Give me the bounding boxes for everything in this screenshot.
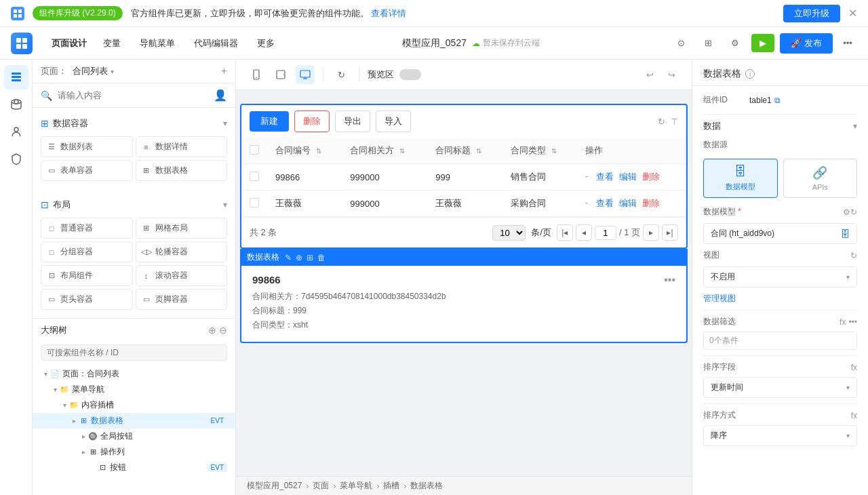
mobile-device-btn[interactable] [247,65,266,84]
tree-item-action-col[interactable]: ▸ ⊞ 操作列 [33,444,235,460]
refresh-canvas-btn[interactable]: ↻ [332,65,351,84]
tree-item-button[interactable]: ⊡ 按钮 EVT [33,460,235,475]
user-add-icon[interactable]: 👤 [214,89,227,102]
model-settings-icon[interactable]: ⚙ [843,207,850,217]
layout-header[interactable]: ⊡ 布局 ▾ [33,195,235,215]
row1-view-link[interactable]: 查看 [596,171,614,183]
run-button[interactable]: ▶ [751,34,774,52]
settings-table-icon[interactable]: ⊤ [671,117,678,127]
header-container-item[interactable]: ▭ 页头容器 [41,289,133,310]
scroll-container-item[interactable]: ↕ 滚动容器 [136,265,228,286]
publish-button[interactable]: 🚀 发布 [780,33,833,54]
row2-edit-link[interactable]: 编辑 [619,197,637,210]
data-table-comp-item[interactable]: ⊞ 数据表格 [136,160,228,181]
nav-variable[interactable]: 变量 [95,35,129,52]
first-page-btn[interactable]: |◂ [557,224,573,241]
data-container-header[interactable]: ⊞ 数据容器 ▾ [33,113,235,134]
footer-container-item[interactable]: ▭ 页脚容器 [136,289,228,310]
row2-view-link[interactable]: 查看 [596,197,614,210]
tree-arrow-global-btns[interactable]: ▸ [79,433,88,440]
edit-widget-icon[interactable]: ✎ [285,253,292,262]
copy-id-icon[interactable]: ⧉ [774,96,781,105]
grid-layout-item[interactable]: ⊞ 网格布局 [136,218,228,239]
carousel-container-item[interactable]: ◁▷ 轮播容器 [136,241,228,262]
last-page-btn[interactable]: ▸| [662,224,678,241]
outline-search-input[interactable] [41,344,227,361]
import-button[interactable]: 导入 [376,111,411,132]
new-button[interactable]: 新建 [250,111,289,132]
copy-widget-icon[interactable]: ⊕ [296,253,302,262]
row1-checkbox[interactable] [250,172,259,181]
search-input[interactable] [58,90,208,100]
breadcrumb-item-2[interactable]: 菜单导航 [340,480,372,492]
refresh-table-icon[interactable]: ↻ [658,117,665,127]
settings-icon[interactable]: ⚙ [724,33,746,54]
sort-fx-icon[interactable]: fx [851,363,857,372]
layout-toggle[interactable]: ▾ [223,200,227,210]
tree-arrow-content-slot[interactable]: ▾ [60,401,69,409]
manage-view-link[interactable]: 管理视图 [703,293,857,304]
nav-more[interactable]: 更多 [249,35,283,52]
delete-button[interactable]: 删除 [294,111,330,132]
sort-icon-contract-no[interactable]: ⇅ [316,147,321,155]
close-topbar-icon[interactable]: ✕ [848,7,857,20]
nav-page-design[interactable]: 页面设计 [43,35,95,52]
breadcrumb-item-4[interactable]: 数据表格 [410,480,443,492]
view-refresh-icon[interactable]: ↻ [850,251,857,260]
sort-order-fx-icon[interactable]: fx [851,411,857,420]
redo-button[interactable]: ↪ [662,65,681,84]
nav-code-editor[interactable]: 代码编辑器 [186,35,246,52]
tree-item-menu-nav[interactable]: ▾ 📁 菜单导航 [33,382,235,397]
tree-item-content-slot[interactable]: ▾ 📁 内容插槽 [33,397,235,413]
card-more-icon[interactable]: ••• [664,274,675,286]
form-container-item[interactable]: ▭ 表单容器 [41,160,133,181]
layout-icon[interactable]: ⊞ [697,33,719,54]
page-name[interactable]: 合同列表 ▾ [73,65,114,77]
next-page-btn[interactable]: ▸ [643,224,659,241]
page-size-select[interactable]: 10 20 50 [492,225,526,241]
sidebar-icon-pages[interactable] [4,65,28,90]
upgrade-button[interactable]: 立即升级 [783,5,840,22]
select-all-checkbox[interactable] [250,145,259,155]
normal-container-item[interactable]: □ 普通容器 [41,218,133,239]
filter-fx-icon[interactable]: fx [840,317,846,327]
filter-more-icon[interactable]: ••• [848,317,857,327]
export-button[interactable]: 导出 [335,111,370,132]
sidebar-icon-data[interactable] [4,92,28,117]
undo-button[interactable]: ↩ [640,65,659,84]
data-list-item[interactable]: ☰ 数据列表 [41,136,133,157]
info-icon[interactable]: i [745,69,755,79]
tree-item-page[interactable]: ▾ 📄 页面：合同列表 [33,366,235,382]
row1-edit-link[interactable]: 编辑 [619,171,637,183]
add-page-icon[interactable]: + [221,65,227,77]
row1-delete-link[interactable]: 删除 [642,171,660,183]
desktop-device-btn[interactable] [296,65,315,84]
view-select[interactable]: 不启用 ▾ [703,266,857,288]
tree-item-data-table[interactable]: ▸ ⊞ 数据表格 EVT [33,413,235,429]
datasource-tab-model[interactable]: 🗄 数据模型 [703,159,778,198]
history-icon[interactable]: ⊙ [670,33,692,54]
model-refresh-icon[interactable]: ↻ [850,207,857,217]
data-model-link-icon[interactable]: 🗄 [840,229,850,239]
nav-navigation-menu[interactable]: 导航菜单 [132,35,183,52]
tablet-device-btn[interactable] [271,65,290,84]
sort-field-select[interactable]: 更新时间 ▾ [703,377,857,398]
outline-collapse-icon[interactable]: ⊖ [219,325,227,336]
sort-icon-contract-title[interactable]: ⇅ [476,147,481,155]
tree-arrow-action-col[interactable]: ▸ [79,448,88,456]
row2-checkbox[interactable] [250,198,259,207]
breadcrumb-item-1[interactable]: 页面 [313,480,329,492]
sort-icon-contract-type[interactable]: ⇅ [551,147,557,155]
datasource-tab-api[interactable]: 🔗 APIs [783,159,858,198]
sort-icon-related-party[interactable]: ⇅ [399,147,405,155]
tree-arrow-page[interactable]: ▾ [41,370,50,378]
data-section-collapse[interactable]: ▾ [853,121,857,131]
breadcrumb-item-0[interactable]: 模型应用_0527 [247,480,302,492]
data-section-header[interactable]: 数据 ▾ [703,120,857,132]
page-input[interactable] [595,226,616,240]
data-model-value-row[interactable]: 合同 (ht_aidd9vo) 🗄 [703,223,857,244]
sidebar-icon-shield[interactable] [4,146,28,171]
more-options-button[interactable]: ••• [838,34,857,53]
view-details-link[interactable]: 查看详情 [371,8,406,18]
preview-switch[interactable] [399,69,421,80]
